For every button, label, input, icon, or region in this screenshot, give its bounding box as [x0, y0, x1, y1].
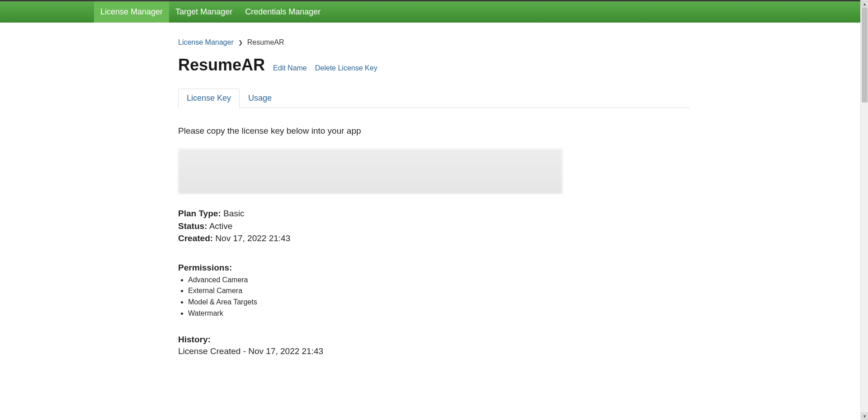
scroll-thumb[interactable] [862, 8, 868, 103]
plan-type-line: Plan Type: Basic [178, 207, 690, 220]
permissions-list: Advanced Camera External Camera Model & … [178, 275, 690, 319]
tab-license-key[interactable]: License Key [178, 89, 240, 108]
vertical-scrollbar[interactable]: ▲ ▼ [860, 0, 868, 379]
permissions-title: Permissions: [178, 263, 690, 273]
nav-license-manager[interactable]: License Manager [94, 1, 169, 23]
permission-item: Advanced Camera [188, 275, 690, 286]
license-key-box[interactable] [178, 149, 562, 194]
delete-license-key-link[interactable]: Delete License Key [315, 64, 377, 72]
created-line: Created: Nov 17, 2022 21:43 [178, 232, 690, 245]
permission-item: Model & Area Targets [188, 297, 690, 308]
scroll-up-arrow-icon[interactable]: ▲ [861, 0, 868, 8]
history-item: License Created - Nov 17, 2022 21:43 [178, 346, 690, 356]
breadcrumb-current: ResumeAR [247, 38, 284, 47]
created-label: Created: [178, 233, 213, 243]
tab-label: Usage [248, 93, 272, 103]
instruction-text: Please copy the license key below into y… [178, 126, 690, 136]
status-label: Status: [178, 221, 207, 231]
nav-label: Target Manager [175, 7, 232, 17]
plan-type-label: Plan Type: [178, 209, 221, 218]
chevron-right-icon: ❯ [238, 39, 243, 46]
nav-credentials-manager[interactable]: Credentials Manager [239, 1, 327, 23]
tabs: License Key Usage [178, 88, 690, 108]
breadcrumb-parent-link[interactable]: License Manager [178, 38, 234, 47]
nav-label: License Manager [100, 7, 163, 17]
status-value: Active [209, 221, 233, 231]
title-row: ResumeAR Edit Name Delete License Key [178, 51, 690, 88]
breadcrumb: License Manager ❯ ResumeAR [178, 23, 690, 51]
nav-target-manager[interactable]: Target Manager [169, 1, 239, 23]
tab-label: License Key [187, 93, 231, 103]
content-area: License Manager ❯ ResumeAR ResumeAR Edit… [178, 23, 690, 379]
edit-name-link[interactable]: Edit Name [273, 64, 307, 72]
permission-item: External Camera [188, 285, 690, 297]
page-title: ResumeAR [178, 56, 265, 75]
nav-label: Credentials Manager [245, 7, 321, 17]
main-nav: License Manager Target Manager Credentia… [0, 1, 868, 23]
plan-type-value: Basic [223, 209, 244, 218]
history-section: History: License Created - Nov 17, 2022 … [178, 335, 690, 356]
history-title: History: [178, 335, 690, 345]
tab-usage[interactable]: Usage [240, 89, 280, 108]
status-line: Status: Active [178, 220, 690, 233]
permission-item: Watermark [188, 308, 690, 319]
created-value: Nov 17, 2022 21:43 [215, 233, 290, 243]
